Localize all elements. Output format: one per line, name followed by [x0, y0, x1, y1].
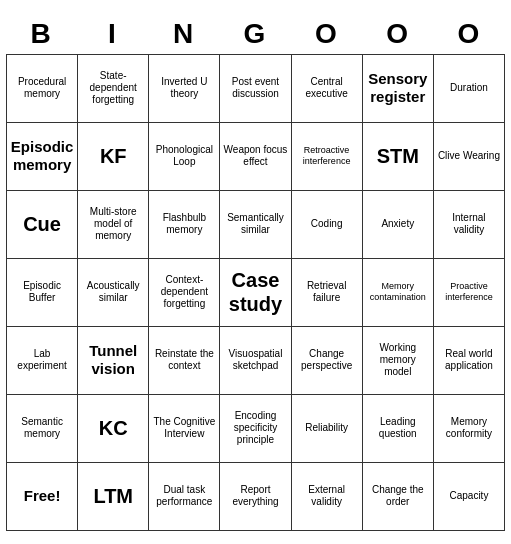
bingo-cell[interactable]: Phonological Loop	[149, 123, 220, 191]
bingo-cell[interactable]: Episodic memory	[7, 123, 78, 191]
cell-text: Semantically similar	[223, 212, 287, 236]
cell-text: State-dependent forgetting	[81, 70, 145, 106]
bingo-cell[interactable]: Context-dependent forgetting	[149, 259, 220, 327]
bingo-cell[interactable]: Semantic memory	[7, 395, 78, 463]
bingo-cell[interactable]: Duration	[434, 55, 505, 123]
cell-text: Free!	[24, 487, 61, 505]
bingo-cell[interactable]: Leading question	[363, 395, 434, 463]
cell-text: Episodic memory	[10, 138, 74, 174]
bingo-cell[interactable]: Proactive interference	[434, 259, 505, 327]
bingo-cell[interactable]: State-dependent forgetting	[78, 55, 149, 123]
bingo-cell[interactable]: Procedural memory	[7, 55, 78, 123]
cell-text: Report everything	[223, 484, 287, 508]
bingo-cell[interactable]: Visuospatial sketchpad	[220, 327, 291, 395]
cell-text: External validity	[295, 484, 359, 508]
cell-text: Memory contamination	[366, 281, 430, 303]
cell-text: Lab experiment	[10, 348, 74, 372]
cell-text: Change perspective	[295, 348, 359, 372]
cell-text: Clive Wearing	[438, 150, 500, 162]
cell-text: Coding	[311, 218, 343, 230]
bingo-cell[interactable]: KF	[78, 123, 149, 191]
cell-text: Memory conformity	[437, 416, 501, 440]
cell-text: Capacity	[449, 490, 488, 502]
cell-text: Episodic Buffer	[10, 280, 74, 304]
cell-text: Inverted U theory	[152, 76, 216, 100]
bingo-cell[interactable]: Reinstate the context	[149, 327, 220, 395]
header-letter-I: I	[77, 14, 148, 54]
bingo-cell[interactable]: Working memory model	[363, 327, 434, 395]
bingo-cell[interactable]: Clive Wearing	[434, 123, 505, 191]
cell-text: Procedural memory	[10, 76, 74, 100]
cell-text: Duration	[450, 82, 488, 94]
bingo-cell[interactable]: Central executive	[292, 55, 363, 123]
cell-text: Acoustically similar	[81, 280, 145, 304]
bingo-cell[interactable]: LTM	[78, 463, 149, 531]
bingo-grid: Procedural memoryState-dependent forgett…	[6, 54, 505, 531]
cell-text: Central executive	[295, 76, 359, 100]
cell-text: STM	[377, 144, 419, 168]
cell-text: Real world application	[437, 348, 501, 372]
bingo-cell[interactable]: Lab experiment	[7, 327, 78, 395]
bingo-cell[interactable]: Change the order	[363, 463, 434, 531]
cell-text: Cue	[23, 212, 61, 236]
cell-text: Internal validity	[437, 212, 501, 236]
bingo-cell[interactable]: Retroactive interference	[292, 123, 363, 191]
header-letter-N: N	[149, 14, 220, 54]
cell-text: Semantic memory	[10, 416, 74, 440]
cell-text: Case study	[223, 268, 287, 316]
cell-text: Sensory register	[366, 70, 430, 106]
bingo-cell[interactable]: Tunnel vision	[78, 327, 149, 395]
cell-text: LTM	[93, 484, 133, 508]
header-letter-B: B	[6, 14, 77, 54]
bingo-cell[interactable]: Memory conformity	[434, 395, 505, 463]
bingo-cell[interactable]: KC	[78, 395, 149, 463]
bingo-cell[interactable]: Multi-store model of memory	[78, 191, 149, 259]
cell-text: Reinstate the context	[152, 348, 216, 372]
cell-text: Retrieval failure	[295, 280, 359, 304]
cell-text: Context-dependent forgetting	[152, 274, 216, 310]
bingo-cell[interactable]: STM	[363, 123, 434, 191]
bingo-cell[interactable]: Report everything	[220, 463, 291, 531]
bingo-cell[interactable]: Sensory register	[363, 55, 434, 123]
cell-text: Post event discussion	[223, 76, 287, 100]
bingo-cell[interactable]: Semantically similar	[220, 191, 291, 259]
bingo-cell[interactable]: Case study	[220, 259, 291, 327]
cell-text: Encoding specificity principle	[223, 410, 287, 446]
cell-text: Weapon focus effect	[223, 144, 287, 168]
bingo-cell[interactable]: Memory contamination	[363, 259, 434, 327]
cell-text: Working memory model	[366, 342, 430, 378]
bingo-cell[interactable]: Retrieval failure	[292, 259, 363, 327]
bingo-cell[interactable]: Capacity	[434, 463, 505, 531]
bingo-cell[interactable]: Change perspective	[292, 327, 363, 395]
bingo-cell[interactable]: Anxiety	[363, 191, 434, 259]
cell-text: KF	[100, 144, 127, 168]
bingo-card: BINGOOO Procedural memoryState-dependent…	[0, 8, 511, 537]
bingo-cell[interactable]: Internal validity	[434, 191, 505, 259]
bingo-cell[interactable]: Free!	[7, 463, 78, 531]
cell-text: Dual task performance	[152, 484, 216, 508]
bingo-cell[interactable]: Flashbulb memory	[149, 191, 220, 259]
cell-text: Change the order	[366, 484, 430, 508]
cell-text: Phonological Loop	[152, 144, 216, 168]
cell-text: Proactive interference	[437, 281, 501, 303]
bingo-cell[interactable]: Post event discussion	[220, 55, 291, 123]
bingo-cell[interactable]: Weapon focus effect	[220, 123, 291, 191]
header-letter-G: G	[220, 14, 291, 54]
bingo-cell[interactable]: Acoustically similar	[78, 259, 149, 327]
bingo-header: BINGOOO	[6, 14, 505, 54]
cell-text: Visuospatial sketchpad	[223, 348, 287, 372]
bingo-cell[interactable]: Dual task performance	[149, 463, 220, 531]
bingo-cell[interactable]: Cue	[7, 191, 78, 259]
bingo-cell[interactable]: The Cognitive Interview	[149, 395, 220, 463]
cell-text: Retroactive interference	[295, 145, 359, 167]
cell-text: KC	[99, 416, 128, 440]
bingo-cell[interactable]: External validity	[292, 463, 363, 531]
bingo-cell[interactable]: Reliability	[292, 395, 363, 463]
bingo-cell[interactable]: Encoding specificity principle	[220, 395, 291, 463]
bingo-cell[interactable]: Episodic Buffer	[7, 259, 78, 327]
cell-text: Leading question	[366, 416, 430, 440]
bingo-cell[interactable]: Inverted U theory	[149, 55, 220, 123]
bingo-cell[interactable]: Real world application	[434, 327, 505, 395]
bingo-cell[interactable]: Coding	[292, 191, 363, 259]
header-letter-O: O	[291, 14, 362, 54]
